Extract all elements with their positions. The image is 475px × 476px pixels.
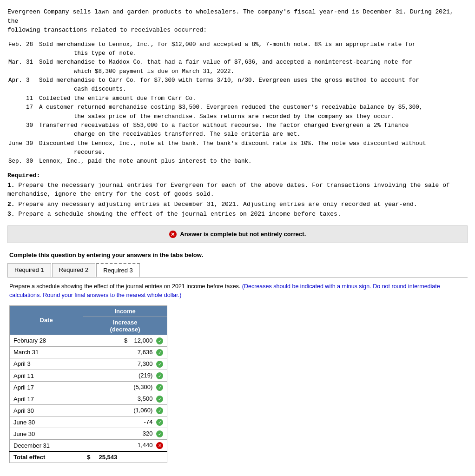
trans-month: Apr. [7,76,25,94]
schedule-row: April 17 (5,300) ✓ [10,382,167,393]
tab3-instructions: Prepare a schedule showing the effect of… [9,282,466,300]
row-value: 7,636 ✓ [83,346,167,358]
transactions-block: Feb. 28 Sold merchandise to Lennox, Inc.… [7,40,468,166]
trans-month [7,103,25,121]
trans-desc: Sold merchandise to Carr Co. for $7,300 … [38,76,468,94]
schedule-row: April 3 7,300 ✓ [10,358,167,370]
trans-day: 31 [25,58,38,76]
col-header-income: Income [83,305,167,317]
trans-desc: Lennox, Inc., paid the note amount plus … [38,157,468,166]
row-value: $ 12,000 ✓ [83,335,167,346]
tab-required1[interactable]: Required 1 [7,263,51,277]
trans-day: 11 [25,94,38,103]
schedule-row: April 11 (219) ✓ [10,370,167,382]
instructions-text: Prepare a schedule showing the effect of… [9,283,240,290]
check-green-icon: ✓ [156,407,163,414]
error-icon: ✕ [169,231,177,238]
row-date: April 11 [10,370,83,382]
intro-paragraph: Evergreen Company sells lawn and garden … [7,7,468,35]
trans-month: June [7,139,25,158]
row-value: (1,060) ✓ [83,405,167,416]
answer-banner: ✕ Answer is complete but not entirely co… [7,225,468,244]
row-date: April 30 [10,405,83,416]
trans-day: 28 [25,40,38,59]
check-green-icon: ✓ [156,430,163,437]
trans-desc: Discounted the Lennox, Inc., note at the… [38,139,468,158]
trans-day: 30 [25,157,38,166]
tab-required2[interactable]: Required 2 [52,263,96,277]
complete-question-text: Complete this question by entering your … [7,248,468,263]
tabs-container: Required 1 Required 2 Required 3 [7,263,468,278]
transaction-row: Feb. 28 Sold merchandise to Lennox, Inc.… [7,40,468,59]
transaction-row: June 30 Discounted the Lennox, Inc., not… [7,139,468,158]
row-value: (219) ✓ [83,370,167,382]
answer-banner-text: Answer is complete but not entirely corr… [180,231,306,238]
row-value: 7,300 ✓ [83,358,167,370]
transaction-row: Apr. 3 Sold merchandise to Carr Co. for … [7,76,468,94]
trans-day: 30 [25,121,38,139]
total-amount: 25,543 [99,454,117,461]
row-value: -74 ✓ [83,416,167,428]
col-header-date: Date [10,305,83,335]
row-date: April 3 [10,358,83,370]
required-item: 3. Prepare a schedule showing the effect… [7,210,468,219]
trans-desc: Collected the entire amount due from Car… [38,94,468,103]
schedule-row: March 31 7,636 ✓ [10,346,167,358]
row-value: 1,440 ✕ [83,440,167,452]
required-label: Required: [7,172,468,179]
trans-desc: Sold merchandise to Maddox Co. that had … [38,58,468,76]
schedule-row: February 28 $ 12,000 ✓ [10,335,167,346]
row-date: June 30 [10,428,83,440]
trans-month: Feb. [7,40,25,59]
trans-desc: A customer returned merchandise costing … [38,103,468,121]
trans-month [7,121,25,139]
row-date: June 30 [10,416,83,428]
row-date: April 17 [10,393,83,405]
tab3-content: Prepare a schedule showing the effect of… [7,278,468,465]
total-value: $ 25,543 [83,451,167,463]
schedule-row: June 30 -74 ✓ [10,416,167,428]
check-green-icon: ✓ [156,372,163,379]
intro-text2: following transactions related to receiv… [7,26,207,33]
schedule-table: Date Income increase (decrease) February… [9,305,167,463]
total-row: Total effect $ 25,543 [10,451,167,463]
check-green-icon: ✓ [156,419,163,426]
row-value: 320 ✓ [83,428,167,440]
trans-month: Mar. [7,58,25,76]
row-value: (5,300) ✓ [83,382,167,393]
row-date: February 28 [10,335,83,346]
transaction-row: Mar. 31 Sold merchandise to Maddox Co. t… [7,58,468,76]
check-green-icon: ✓ [156,384,163,391]
tab-required3[interactable]: Required 3 [96,263,140,277]
check-red-icon: ✕ [156,442,163,449]
schedule-row: April 17 3,500 ✓ [10,393,167,405]
trans-month [7,94,25,103]
col-header-income2: increase (decrease) [83,317,167,335]
check-green-icon: ✓ [156,396,163,403]
required-item: 2. Prepare any necessary adjusting entri… [7,200,468,209]
check-green-icon: ✓ [156,361,163,368]
check-green-icon: ✓ [156,337,163,344]
transaction-row: 11 Collected the entire amount due from … [7,94,468,103]
row-date: December 31 [10,440,83,452]
trans-desc: Sold merchandise to Lennox, Inc., for $1… [38,40,468,59]
trans-desc: Transferred receivables of $53,000 to a … [38,121,468,139]
trans-day: 3 [25,76,38,94]
total-label: Total effect [10,451,83,463]
trans-month: Sep. [7,157,25,166]
transaction-row: 30 Transferred receivables of $53,000 to… [7,121,468,139]
total-dollar: $ [87,454,90,461]
schedule-row: June 30 320 ✓ [10,428,167,440]
required-section: Required: 1. Prepare the necessary journ… [7,172,468,219]
schedule-row: April 30 (1,060) ✓ [10,405,167,416]
trans-day: 17 [25,103,38,121]
row-date: April 17 [10,382,83,393]
intro-text1: Evergreen Company sells lawn and garden … [7,8,454,25]
trans-day: 30 [25,139,38,158]
transaction-row: 17 A customer returned merchandise costi… [7,103,468,121]
check-green-icon: ✓ [156,349,163,356]
row-date: March 31 [10,346,83,358]
row-value: 3,500 ✓ [83,393,167,405]
required-item: 1. Prepare the necessary journal entries… [7,181,468,199]
schedule-row: December 31 1,440 ✕ [10,440,167,452]
